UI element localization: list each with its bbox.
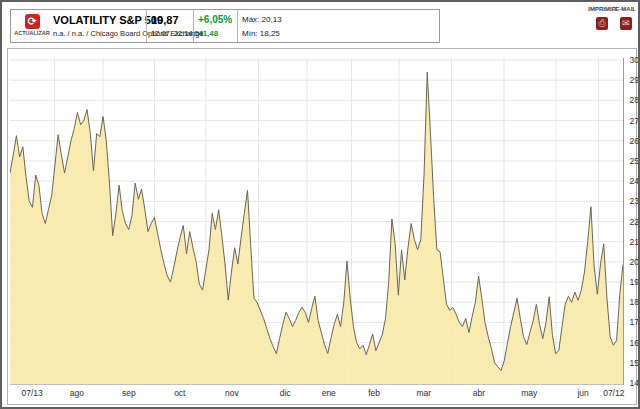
y-tick-label: 29 xyxy=(626,75,639,85)
printer-icon[interactable]: ⎙ xyxy=(596,17,608,30)
x-tick-label: 07/12 xyxy=(594,388,634,398)
last-price: 19,87 xyxy=(151,14,179,26)
y-tick-label: 24 xyxy=(626,176,639,186)
refresh-button[interactable]: ⟳ ACTUALIZAR xyxy=(14,11,50,41)
y-tick-label: 17 xyxy=(626,317,639,327)
vix-area-fill xyxy=(10,72,623,384)
print-button[interactable]: IMPRIMIR ⎙ xyxy=(588,6,616,30)
y-tick-label: 27 xyxy=(626,116,639,126)
x-tick-label: abr xyxy=(459,388,499,398)
x-tick-label: mar xyxy=(404,388,444,398)
quote-header-box: ⟳ ACTUALIZAR VOLATILITY S&P 500 n.a. / n… xyxy=(10,9,440,43)
change-percent: +6,05% xyxy=(198,14,232,25)
y-tick-label: 14 xyxy=(626,378,639,388)
y-tick-label: 16 xyxy=(626,338,639,348)
x-tick-label: feb xyxy=(354,388,394,398)
day-low: Mín: 18,25 xyxy=(242,29,280,38)
x-tick-label: ago xyxy=(57,388,97,398)
y-tick-label: 25 xyxy=(626,156,639,166)
y-tick-label: 30 xyxy=(626,55,639,65)
y-tick-label: 20 xyxy=(626,257,639,267)
quote-timestamp: 12.07. 22:14:54 xyxy=(151,29,203,38)
y-tick-label: 22 xyxy=(626,217,639,227)
x-tick-label: sep xyxy=(109,388,149,398)
divider xyxy=(146,10,147,42)
email-button[interactable]: E-MAIL ✉ xyxy=(615,6,636,30)
refresh-icon[interactable]: ⟳ xyxy=(25,14,40,29)
y-tick-label: 23 xyxy=(626,196,639,206)
y-tick-label: 21 xyxy=(626,237,639,247)
x-tick-label: dic xyxy=(265,388,305,398)
x-tick-label: may xyxy=(509,388,549,398)
print-label: IMPRIMIR xyxy=(588,6,616,12)
day-high: Máx: 20,13 xyxy=(242,15,282,24)
x-tick-label: nov xyxy=(212,388,252,398)
change-absolute: +1,48 xyxy=(198,29,218,38)
y-tick-label: 28 xyxy=(626,95,639,105)
vix-quote-chart-window: { "header": { "refresh_label": "ACTUALIZ… xyxy=(0,0,640,409)
refresh-label: ACTUALIZAR xyxy=(14,30,50,36)
price-plot-area xyxy=(10,58,624,385)
envelope-icon[interactable]: ✉ xyxy=(620,17,632,30)
y-tick-label: 18 xyxy=(626,297,639,307)
x-tick-label: ene xyxy=(309,388,349,398)
x-tick-label: oct xyxy=(160,388,200,398)
x-tick-label: 07/13 xyxy=(12,388,52,398)
y-tick-label: 19 xyxy=(626,277,639,287)
email-label: E-MAIL xyxy=(615,6,636,12)
y-tick-label: 15 xyxy=(626,358,639,368)
y-tick-label: 26 xyxy=(626,136,639,146)
vix-area-chart xyxy=(10,58,623,384)
divider xyxy=(237,10,238,42)
